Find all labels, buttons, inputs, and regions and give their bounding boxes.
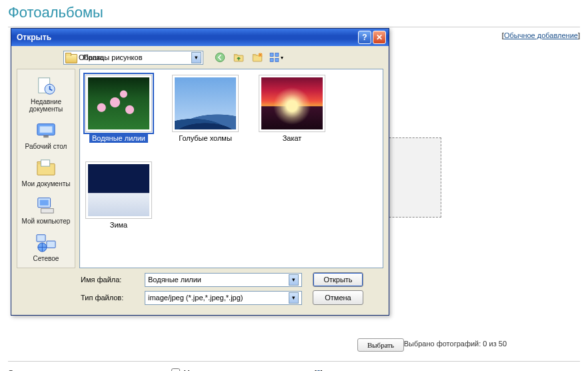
file-thumb[interactable]: Зима — [85, 161, 152, 230]
my-computer-icon — [35, 195, 57, 215]
place-desktop[interactable]: Рабочий стол — [19, 117, 73, 153]
filetype-value: image/jpeg (*.jpe,*.jpeg,*.jpg) — [148, 294, 243, 302]
thumbnail-label: Закат — [280, 133, 305, 143]
file-open-dialog: Открыть ? ✕ Папка: Образцы рисунков ▾ — [11, 28, 389, 316]
place-my-documents[interactable]: Мои документы — [19, 154, 73, 190]
file-thumb[interactable]: Водяные лилии — [85, 75, 152, 143]
svg-rect-18 — [37, 235, 45, 242]
material-hidden-checkbox[interactable] — [171, 368, 180, 371]
filename-value: Водяные лилии — [148, 276, 201, 284]
place-my-computer[interactable]: Мой компьютер — [19, 192, 73, 228]
material-text: Материал недоступен для просмотра [?] — [184, 369, 323, 372]
svg-rect-7 — [275, 58, 279, 61]
filetype-label: Тип файлов: — [81, 294, 141, 302]
thumbnail-image — [88, 164, 149, 216]
folder-label: Папка: — [79, 53, 106, 61]
svg-rect-5 — [275, 53, 279, 57]
place-my-documents-label: Мои документы — [19, 180, 73, 188]
chevron-down-icon: ▾ — [191, 52, 201, 63]
place-my-computer-label: Мой компьютер — [19, 218, 73, 225]
new-folder-button[interactable] — [250, 50, 265, 65]
back-icon — [214, 51, 226, 63]
select-button[interactable]: Выбрать — [357, 338, 404, 352]
dialog-titlebar[interactable]: Открыть ? ✕ — [11, 29, 389, 46]
help-button[interactable]: ? — [358, 31, 371, 44]
file-thumb[interactable]: Голубые холмы — [172, 75, 239, 143]
svg-rect-17 — [41, 209, 54, 214]
svg-rect-14 — [41, 160, 50, 166]
thumbnail-label: Водяные лилии — [89, 133, 148, 143]
recent-docs-icon — [35, 75, 57, 95]
thumbnail-image — [175, 77, 236, 129]
desktop-icon — [35, 120, 57, 140]
places-bar: Недавние документы Рабочий стол Мои доку… — [17, 69, 75, 268]
filename-input[interactable]: Водяные лилии ▾ — [145, 273, 302, 287]
thumbnail-label: Зима — [107, 220, 130, 230]
open-button[interactable]: Открыть — [313, 272, 363, 287]
normal-add-link[interactable]: Обычное добавление — [504, 31, 578, 39]
up-one-level-button[interactable] — [231, 50, 246, 65]
view-menu-button[interactable]: ▾ — [269, 50, 283, 65]
material-hidden-option[interactable]: Материал недоступен для просмотра [?] — [171, 368, 323, 371]
place-network-label: Сетевое — [19, 255, 73, 262]
chevron-down-icon[interactable]: ▾ — [289, 274, 299, 286]
file-list[interactable]: Водяные лилииГолубые холмыЗакатЗима — [79, 69, 383, 268]
selected-count: Выбрано фотографий: 0 из 50 — [404, 340, 507, 348]
page-title: Фотоальбомы — [8, 4, 580, 21]
place-desktop-label: Рабочий стол — [19, 143, 73, 150]
svg-rect-4 — [270, 53, 273, 57]
folder-up-icon — [233, 51, 245, 63]
divider — [8, 361, 580, 362]
chevron-down-icon[interactable]: ▾ — [289, 292, 299, 304]
svg-rect-6 — [270, 58, 273, 61]
normal-add-wrap: [Обычное добавление] — [502, 31, 580, 39]
filetype-dropdown[interactable]: image/jpeg (*.jpe,*.jpeg,*.jpg) ▾ — [145, 291, 302, 305]
svg-rect-16 — [40, 200, 49, 206]
thumbnail-image — [261, 77, 323, 129]
svg-point-0 — [215, 53, 225, 62]
options-label: Опции материала: — [8, 369, 71, 372]
view-icon — [269, 51, 280, 63]
my-documents-icon — [35, 157, 57, 177]
place-recent-label: Недавние документы — [19, 98, 73, 113]
svg-rect-19 — [47, 241, 55, 248]
file-thumb[interactable]: Закат — [259, 75, 325, 143]
cancel-button[interactable]: Отмена — [313, 290, 363, 305]
back-button[interactable] — [213, 50, 227, 65]
folder-icon — [65, 53, 76, 62]
dialog-title: Открыть — [17, 33, 51, 42]
filename-label: Имя файла: — [81, 276, 141, 284]
thumbnail-label: Голубые холмы — [176, 133, 235, 143]
network-icon — [35, 232, 57, 252]
new-folder-icon — [251, 51, 263, 63]
chevron-down-icon: ▾ — [281, 55, 283, 61]
svg-rect-12 — [43, 135, 49, 138]
place-network[interactable]: Сетевое — [19, 229, 73, 265]
place-recent[interactable]: Недавние документы — [19, 72, 73, 115]
close-button[interactable]: ✕ — [373, 31, 386, 44]
thumbnail-image — [88, 77, 149, 129]
svg-rect-11 — [40, 126, 53, 132]
